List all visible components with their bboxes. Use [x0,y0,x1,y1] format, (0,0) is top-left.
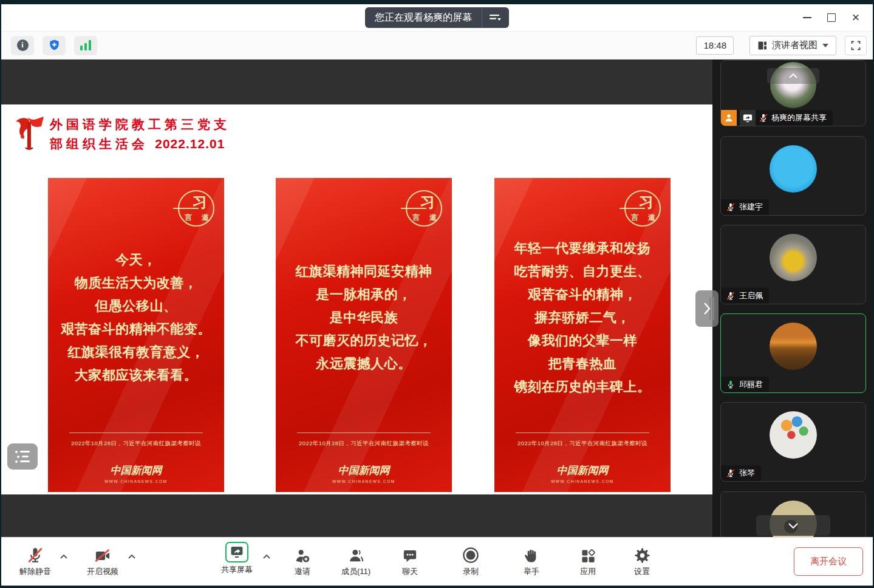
maximize-button[interactable] [819,8,844,27]
participant-tile[interactable]: 王启佩 [720,225,866,304]
chinanews-url: WWW.CHINANEWS.COM [276,479,452,484]
invite-button[interactable]: 邀请 [282,544,323,577]
info-icon: i [17,39,29,51]
unmute-label: 解除静音 [19,566,51,577]
members-label: 成员(11) [341,566,370,577]
poster-caption: 2022年10月28日，习近平在河南红旗渠考察时说 [494,440,671,448]
collapse-tiles-button[interactable] [767,68,819,84]
screen-share-badge-icon [740,110,756,126]
apps-grid-icon [580,548,596,564]
poster-1: 习 言道 今天， 物质生活大为改善， 但愚公移山、 艰苦奋斗的精神不能变。 红旗… [48,178,224,492]
view-mode-label: 演讲者视图 [772,39,818,51]
avatar [770,234,817,281]
unmute-button[interactable]: 解除静音 [12,544,58,577]
banner-menu-button[interactable] [482,7,509,28]
top-toolbar: i 18:48 [1,32,873,60]
settings-label: 设置 [634,566,650,577]
poster-caption: 2022年10月28日，习近平在河南红旗渠考察时说 [276,440,452,448]
mic-muted-icon [759,113,768,123]
chinanews-url: WWW.CHINANEWS.COM [48,479,224,484]
audio-options-button[interactable] [60,551,68,562]
gear-icon [633,547,651,564]
window-controls: × [795,4,868,31]
chinanews-logo: 中国新闻网 [276,463,452,477]
chat-button[interactable]: 聊天 [390,544,430,577]
video-options-button[interactable] [128,551,136,562]
record-icon [462,546,480,564]
party-torch-logo-icon [13,115,45,153]
start-video-label: 开启视频 [87,566,118,577]
chat-label: 聊天 [402,566,418,577]
close-icon: × [852,11,860,24]
raise-hand-label: 举手 [524,566,539,577]
sidebar-collapse-button[interactable] [695,290,719,327]
record-button[interactable]: 录制 [451,544,491,577]
record-label: 录制 [463,566,479,577]
poster-2-footer: 2022年10月28日，习近平在河南红旗渠考察时说 中国新闻网 WWW.CHIN… [276,432,452,492]
security-button[interactable] [43,36,66,55]
view-mode-selector[interactable]: 演讲者视图 [749,36,836,55]
participant-tile-overflow[interactable] [720,491,866,537]
chevron-down-icon [788,522,799,529]
avatar [770,411,817,459]
share-screen-icon [225,542,248,562]
participant-name: 张建宇 [739,202,763,213]
avatar [770,323,817,370]
share-screen-button[interactable]: 共享屏幕 [213,542,261,575]
poster-1-footer: 2022年10月28日，习近平在河南红旗渠考察时说 中国新闻网 WWW.CHIN… [48,432,224,492]
shared-screen-region: 外国语学院教工第三党支 部组织生活会 2022.12.01 习 言道 [1,60,712,537]
participant-tile-screen-share[interactable]: 杨爽的屏幕共享 [720,60,866,126]
close-button[interactable]: × [844,8,868,27]
participant-tile[interactable]: 张建宇 [720,136,866,216]
minimize-icon [803,17,811,18]
shared-slide: 外国语学院教工第三党支 部组织生活会 2022.12.01 习 言道 [1,104,712,494]
camera-off-icon [93,547,112,564]
watching-label: 您正在观看杨爽的屏幕 [365,7,482,28]
settings-button[interactable]: 设置 [621,544,663,577]
signal-bars-icon [80,40,91,50]
leave-meeting-button[interactable]: 离开会议 [794,547,863,576]
mic-muted-icon [26,546,44,564]
meeting-info-button[interactable]: i [11,36,34,55]
presenter-badge-icon [721,110,737,126]
xi-yan-dao-seal-icon: 习 言道 [178,190,214,227]
poster-2: 习 言道 红旗渠精神同延安精神 是一脉相承的， 是中华民族 不可磨灭的历史记忆，… [276,178,452,492]
xi-yan-dao-seal-icon: 习 言道 [624,190,661,227]
chevron-down-icon [822,44,828,47]
participant-name: 王启佩 [739,290,763,301]
participants-sidebar: 杨爽的屏幕共享 张建宇 [712,60,873,537]
hamburger-icon [489,13,502,22]
scroll-participants-button[interactable] [756,515,830,536]
fullscreen-button[interactable] [845,36,867,55]
chevron-right-icon [703,302,711,315]
meeting-agenda-button[interactable] [7,443,38,470]
share-screen-label: 共享屏幕 [221,564,253,575]
layout-icon [757,41,767,50]
chevron-up-icon [262,554,271,559]
participant-tile-active-speaker[interactable]: 邱丽君 [720,313,866,393]
participant-tile[interactable]: 张琴 [720,402,866,482]
apps-label: 应用 [580,566,596,577]
minimize-button[interactable] [795,8,819,27]
fullscreen-icon [850,40,861,51]
participant-label: 杨爽的屏幕共享 [721,110,833,126]
xi-yan-dao-seal-icon: 习 言道 [406,190,442,227]
network-status-button[interactable] [74,36,97,55]
apps-button[interactable]: 应用 [567,544,609,577]
raise-hand-button[interactable]: 举手 [511,544,551,577]
poster-3-footer: 2022年10月28日，习近平在河南红旗渠考察时说 中国新闻网 WWW.CHIN… [494,432,671,492]
chinanews-logo: 中国新闻网 [494,463,671,477]
participant-label: 邱丽君 [721,377,769,392]
mic-muted-icon [726,202,736,212]
participant-label: 张琴 [721,465,761,481]
participant-label: 张建宇 [721,199,769,215]
members-button[interactable]: 成员(11) [330,544,381,577]
participant-name: 张琴 [739,468,755,479]
title-bar: 您正在观看杨爽的屏幕 × [1,4,873,32]
chevron-up-icon [60,554,68,559]
meeting-window: 您正在观看杨爽的屏幕 × i [1,4,873,586]
bottom-toolbar: 解除静音 开启视频 [1,537,873,586]
start-video-button[interactable]: 开启视频 [79,544,126,577]
share-options-button[interactable] [262,551,271,562]
mic-active-icon [726,380,736,389]
